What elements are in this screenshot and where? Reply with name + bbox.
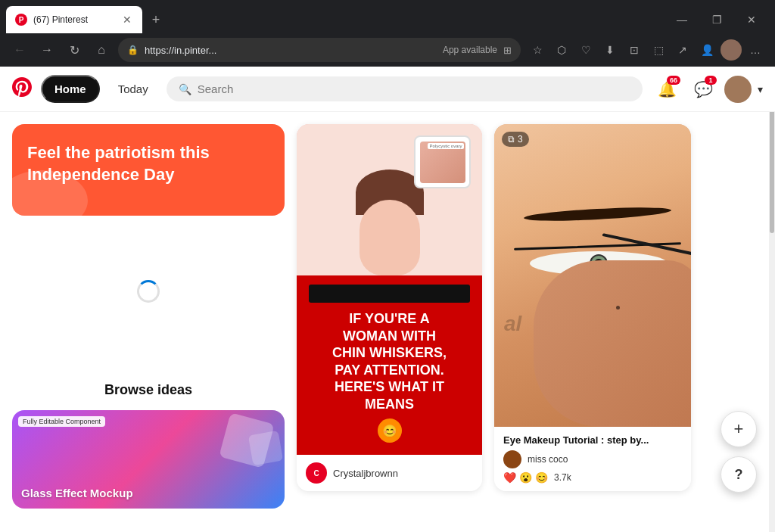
message-badge: 1 — [705, 76, 717, 85]
screenshot-icon[interactable]: ⬚ — [648, 39, 669, 61]
eye-pin-info: Eye Makeup Tutorial : step by... miss co… — [494, 427, 691, 491]
collection-count: 3 — [518, 134, 523, 145]
pin-collection-count: ⧉ 3 — [502, 132, 529, 147]
patriotism-text: Feel the patriotism this Independence Da… — [27, 142, 269, 185]
header-right: 🔔 66 💬 1 ▾ — [652, 74, 763, 104]
left-column: Feel the patriotism this Independence Da… — [12, 124, 285, 509]
new-tab-button[interactable]: + — [145, 9, 167, 30]
search-icon: 🔍 — [179, 83, 191, 95]
browse-card-text: Glass Effect Mockup — [21, 487, 133, 499]
extension-icon: ⊞ — [503, 45, 512, 56]
middle-column: Polycystic ovary IF YOU'RE AWOMAN WITHCH… — [297, 124, 482, 491]
patriotism-card[interactable]: Feel the patriotism this Independence Da… — [12, 124, 285, 216]
eye-pin-title: Eye Makeup Tutorial : step by... — [503, 434, 682, 446]
browse-section: Browse ideas Fully Editable Component Gl… — [12, 382, 285, 509]
minimize-button[interactable]: — — [665, 6, 699, 33]
home-button[interactable]: ⌂ — [91, 39, 112, 61]
eye-image-container: al — [494, 124, 691, 427]
menu-button[interactable]: … — [745, 39, 766, 61]
pin-body: IF YOU'RE AWOMAN WITHCHIN WHISKERS,PAY A… — [297, 275, 482, 455]
help-button[interactable]: ? — [721, 456, 757, 493]
download-icon[interactable]: ⬇ — [599, 39, 621, 61]
pinterest-logo[interactable] — [12, 77, 32, 101]
tab-favicon-pinterest — [15, 14, 27, 26]
today-nav-button[interactable]: Today — [109, 76, 157, 101]
pin-image-top: Polycystic ovary — [297, 124, 482, 275]
right-column: ⧉ 3 al — [494, 124, 691, 500]
eye-pin-username: miss coco — [528, 454, 568, 465]
browse-card[interactable]: Fully Editable Component Glass Effect Mo… — [12, 410, 285, 509]
loading-area — [12, 216, 285, 367]
pin-username: Crystaljbrownn — [333, 468, 398, 479]
pin-user-avatar: C — [306, 462, 327, 484]
profile2-icon[interactable]: 👤 — [696, 39, 717, 61]
address-input-wrap[interactable]: 🔒 https://in.pinter... App available ⊞ — [118, 38, 521, 62]
hand — [534, 260, 691, 427]
face-element — [359, 200, 420, 275]
tab-title: (67) Pinterest — [33, 14, 115, 25]
pin-face-icon: 😊 — [378, 418, 402, 443]
collection-icon: ⧉ — [508, 134, 515, 145]
pinterest-app: Home Today 🔍 🔔 66 💬 1 ▾ Feel the patriot… — [0, 67, 775, 532]
address-text: https://in.pinter... — [145, 45, 437, 56]
pin-body-text: IF YOU'RE AWOMAN WITHCHIN WHISKERS,PAY A… — [309, 310, 470, 412]
eye-pin-reactions: ❤️ 😮 😊 3.7k — [503, 471, 682, 484]
partial-text: al — [504, 312, 521, 336]
browse-card-badge: Fully Editable Component — [18, 416, 105, 427]
eye-pin-avatar — [503, 450, 521, 468]
medical-illustration: Polycystic ovary — [297, 124, 482, 275]
reward-icon[interactable]: ♡ — [575, 39, 596, 61]
window-controls: — ❐ ✕ — [665, 6, 769, 33]
pin-card-whiskers[interactable]: Polycystic ovary IF YOU'RE AWOMAN WITHCH… — [297, 124, 482, 491]
app-available-label: App available — [443, 45, 497, 55]
user-profile-icon[interactable] — [721, 39, 742, 61]
reaction-count: 3.7k — [554, 472, 571, 483]
tab-bar: (67) Pinterest ✕ + — ❐ ✕ — [0, 0, 775, 33]
maximize-button[interactable]: ❐ — [699, 6, 734, 33]
eye-pin-user: miss coco — [503, 450, 682, 468]
active-tab[interactable]: (67) Pinterest ✕ — [6, 6, 142, 33]
browser-chrome: (67) Pinterest ✕ + — ❐ ✕ ← → ↻ ⌂ 🔒 https… — [0, 0, 775, 67]
back-button[interactable]: ← — [9, 39, 30, 61]
collections-icon[interactable]: ⬡ — [551, 39, 572, 61]
close-button[interactable]: ✕ — [734, 6, 769, 33]
pinterest-header: Home Today 🔍 🔔 66 💬 1 ▾ — [0, 67, 775, 112]
notification-badge: 66 — [667, 76, 680, 85]
eye-simulation: al — [494, 124, 691, 427]
reaction-smile: 😊 — [535, 471, 548, 484]
home-nav-button[interactable]: Home — [41, 75, 100, 103]
eye-makeup-pin[interactable]: ⧉ 3 al — [494, 124, 691, 491]
chevron-down-icon[interactable]: ▾ — [758, 83, 763, 95]
tab-close-button[interactable]: ✕ — [121, 14, 133, 26]
pin-black-bar — [309, 285, 470, 303]
forward-button[interactable]: → — [36, 39, 58, 61]
notifications-button[interactable]: 🔔 66 — [652, 74, 682, 104]
medical-diagram: Polycystic ovary — [420, 142, 465, 183]
user-avatar[interactable] — [724, 76, 752, 103]
pin-avatar-letter: C — [313, 469, 319, 478]
search-bar[interactable]: 🔍 — [167, 76, 643, 101]
settings2-icon[interactable]: ⊡ — [624, 39, 645, 61]
scrollbar-track[interactable] — [769, 67, 775, 532]
loading-spinner — [137, 280, 160, 303]
reaction-heart: ❤️ — [503, 471, 516, 484]
browse-ideas-title: Browse ideas — [12, 382, 285, 398]
floating-action-buttons: + ? — [721, 411, 757, 493]
browser-toolbar-icons: ☆ ⬡ ♡ ⬇ ⊡ ⬚ ↗ 👤 … — [527, 39, 766, 61]
medical-inset: Polycystic ovary — [414, 135, 471, 188]
address-bar: ← → ↻ ⌂ 🔒 https://in.pinter... App avail… — [0, 33, 775, 67]
messages-button[interactable]: 💬 1 — [688, 74, 718, 104]
refresh-button[interactable]: ↻ — [64, 39, 85, 61]
pin-card-footer: C Crystaljbrownn — [297, 455, 482, 491]
reaction-wow: 😮 — [519, 471, 532, 484]
favorites-icon[interactable]: ☆ — [527, 39, 548, 61]
main-content: Feel the patriotism this Independence Da… — [0, 112, 775, 521]
polycystic-label: Polycystic ovary — [428, 143, 463, 149]
search-input[interactable] — [198, 82, 630, 95]
add-button[interactable]: + — [721, 411, 757, 447]
lock-icon: 🔒 — [127, 45, 139, 55]
browse-card-decor2 — [248, 431, 283, 465]
share-icon[interactable]: ↗ — [672, 39, 693, 61]
